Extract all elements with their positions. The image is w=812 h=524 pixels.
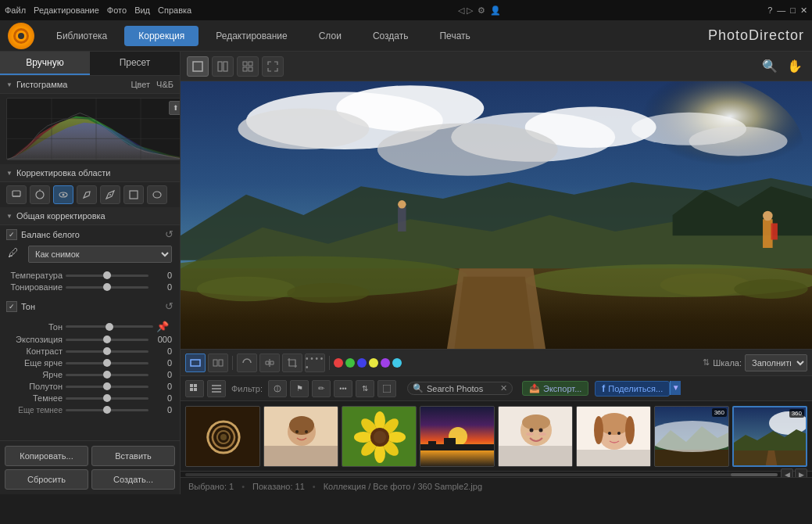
tone-reset[interactable]: ↺ <box>165 300 173 312</box>
export-button[interactable]: 📤 Экспорт... <box>522 381 588 396</box>
film-item-6[interactable] <box>576 406 651 467</box>
hand-icon-btn[interactable]: ✋ <box>784 56 806 77</box>
tone-check[interactable]: ✓ <box>6 301 17 312</box>
maximize-button[interactable]: □ <box>790 5 796 15</box>
film-item-3[interactable] <box>342 406 417 467</box>
film-item-7[interactable]: 360 <box>654 406 729 467</box>
menu-edit[interactable]: Редактирование <box>34 5 99 15</box>
filter-pen-btn[interactable]: ✏ <box>312 380 331 397</box>
tool-circle[interactable] <box>147 185 167 204</box>
scroll-thumb[interactable] <box>731 473 778 476</box>
dark-slider[interactable] <box>66 397 148 400</box>
tab-create[interactable]: Создать <box>359 26 423 46</box>
white-balance-header[interactable]: ✓ Баланс белого ↺ <box>0 225 180 243</box>
filter-all-btn[interactable] <box>268 380 287 397</box>
color-dot-blue[interactable] <box>357 358 367 368</box>
tab-print[interactable]: Печать <box>425 26 484 46</box>
share-dropdown[interactable]: ▼ <box>670 381 681 395</box>
midtone-row: Полутон 0 <box>8 382 172 391</box>
scroll-bar[interactable] <box>185 473 778 476</box>
contrast-slider[interactable] <box>66 350 148 353</box>
tab-layers[interactable]: Слои <box>305 26 356 46</box>
fs-list-btn[interactable] <box>207 380 226 397</box>
film-item-1[interactable] <box>185 406 260 467</box>
bt-flip[interactable] <box>259 354 280 372</box>
filter-dots-btn[interactable]: ••• <box>334 380 352 397</box>
copy-button[interactable]: Копировать... <box>5 446 88 466</box>
tone-main-slider[interactable] <box>66 325 153 328</box>
darker-slider[interactable] <box>66 409 148 411</box>
tool-pen1[interactable] <box>77 185 97 204</box>
help-button[interactable]: ? <box>767 5 772 15</box>
color-dot-red[interactable] <box>334 358 343 368</box>
bright-slider[interactable] <box>66 374 148 376</box>
tab-correction[interactable]: Коррекция <box>124 26 199 46</box>
create-button[interactable]: Создать... <box>91 469 175 490</box>
share-button[interactable]: f Поделиться... <box>595 381 670 397</box>
filter-flag-btn[interactable]: ⚑ <box>290 380 309 397</box>
tab-manual[interactable]: Вручную <box>0 52 90 75</box>
tab-library[interactable]: Библиотека <box>42 26 121 46</box>
tool-pen2[interactable] <box>100 185 120 204</box>
filter-layout-btn[interactable] <box>377 380 396 397</box>
midtone-slider[interactable] <box>66 386 148 388</box>
menu-photo[interactable]: Фото <box>107 5 127 15</box>
menu-help[interactable]: Справка <box>158 5 191 15</box>
film-item-4[interactable] <box>420 406 495 467</box>
sort-icon[interactable]: ⇅ <box>703 357 710 368</box>
histogram-export-btn[interactable]: ⬆ <box>169 101 180 115</box>
svg-marker-59 <box>270 361 274 364</box>
view-grid-btn[interactable] <box>237 56 259 77</box>
area-correction-header[interactable]: ▼ Корректировка области <box>0 164 180 182</box>
tab-editing[interactable]: Редактирование <box>202 26 301 46</box>
film-item-8[interactable]: 360 <box>732 406 807 467</box>
tool-radial[interactable] <box>30 185 50 204</box>
bw-label[interactable]: Ч&Б <box>156 80 173 89</box>
color-dot-green[interactable] <box>345 358 355 368</box>
tab-preset[interactable]: Пресет <box>90 52 180 75</box>
toning-slider[interactable] <box>66 286 148 289</box>
view-single-btn[interactable] <box>187 56 209 77</box>
color-dot-cyan[interactable] <box>392 358 402 368</box>
fs-grid-btn[interactable] <box>185 380 204 397</box>
dropper-icon[interactable]: 🖊 <box>8 246 23 262</box>
tone-header[interactable]: ✓ Тон ↺ <box>0 297 180 315</box>
bt-view1[interactable] <box>185 354 206 372</box>
scale-select[interactable]: Заполнить <box>745 354 807 371</box>
color-dot-yellow[interactable] <box>369 358 378 368</box>
exposure-slider[interactable] <box>66 339 148 341</box>
brighter-slider[interactable] <box>66 362 148 364</box>
tool-brush[interactable] <box>6 185 27 204</box>
minimize-button[interactable]: — <box>777 5 785 15</box>
tone-pin-icon[interactable]: 📌 <box>156 321 172 332</box>
view-fullscreen-btn[interactable] <box>262 56 284 77</box>
bt-dots[interactable]: • • • • • <box>305 354 325 372</box>
wb-select[interactable]: Как снимок <box>28 246 172 263</box>
close-button[interactable]: ✕ <box>800 5 807 16</box>
reset-button[interactable]: Сбросить <box>5 469 88 490</box>
general-correction-header[interactable]: ▼ Общая корректировка <box>0 207 180 225</box>
film-item-5[interactable] <box>498 406 573 467</box>
temperature-slider[interactable] <box>66 275 148 277</box>
color-dot-purple[interactable] <box>381 358 390 368</box>
menu-view[interactable]: Вид <box>134 5 150 15</box>
search-close-icon[interactable]: ✕ <box>500 383 507 393</box>
white-balance-check[interactable]: ✓ <box>6 229 17 240</box>
bt-crop[interactable] <box>282 354 302 372</box>
photo-view[interactable] <box>181 81 812 349</box>
histogram-header[interactable]: ▼ Гистограмма Цвет Ч&Б <box>0 76 180 94</box>
white-balance-reset[interactable]: ↺ <box>165 228 173 240</box>
menu-file[interactable]: Файл <box>5 5 26 15</box>
bt-view2[interactable] <box>208 354 228 372</box>
filter-sort-btn[interactable]: ⇅ <box>356 380 374 397</box>
bt-rotate[interactable] <box>237 354 257 372</box>
view-compare-btn[interactable] <box>212 56 234 77</box>
search-input[interactable] <box>427 384 497 393</box>
paste-button[interactable]: Вставить <box>91 446 175 466</box>
tool-rect[interactable] <box>123 185 144 204</box>
left-panel: Вручную Пресет ▼ Гистограмма Цвет Ч&Б <box>0 52 181 494</box>
tool-eye[interactable] <box>53 185 73 204</box>
color-label[interactable]: Цвет <box>131 80 150 89</box>
film-item-2[interactable] <box>263 406 338 467</box>
search-icon-btn[interactable]: 🔍 <box>759 56 781 77</box>
